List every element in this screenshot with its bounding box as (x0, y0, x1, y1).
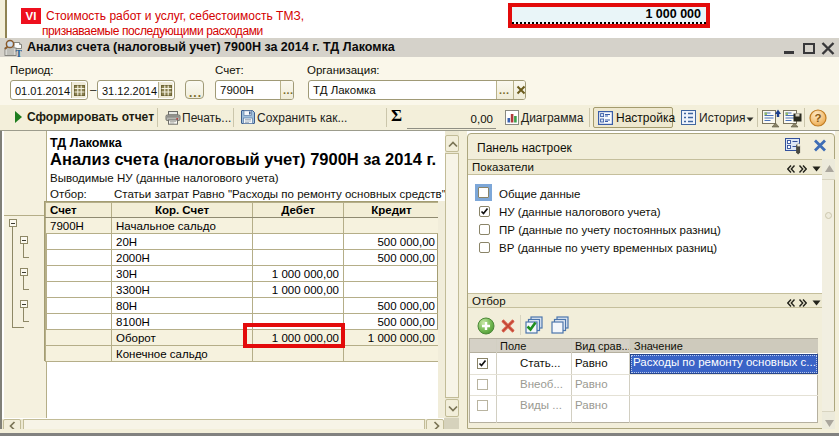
svg-text:T: T (16, 48, 23, 58)
svg-text:?: ? (814, 112, 821, 124)
